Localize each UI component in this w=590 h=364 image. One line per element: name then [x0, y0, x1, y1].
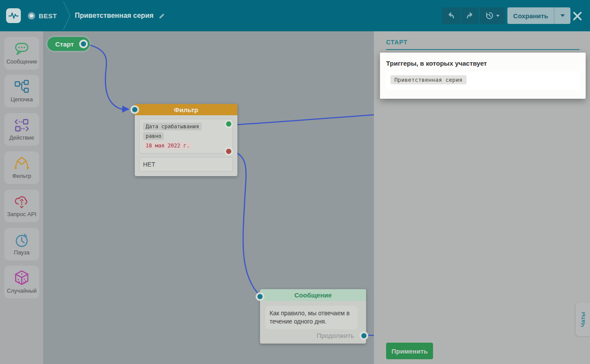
undo-button[interactable]	[442, 7, 460, 24]
trigger-tag[interactable]: Приветственная серия	[390, 75, 467, 84]
triggers-card-title: Триггеры, в которых участвует	[386, 60, 580, 67]
wire-filter-no-to-message	[233, 152, 260, 296]
palette-item-pause[interactable]: Пауза	[4, 228, 39, 260]
start-node[interactable]: Старт	[47, 37, 90, 51]
flow-editor: BEST Приветственная серия	[0, 0, 590, 364]
pencil-icon[interactable]	[159, 12, 166, 19]
wire-arrowhead	[122, 106, 130, 113]
node-palette: Сообщение Цепочка Действие	[0, 31, 43, 364]
wire-filter-yes-to-panel	[233, 115, 374, 125]
palette-item-filter[interactable]: Фильтр	[4, 151, 39, 184]
filter-node-header: Фильтр	[135, 104, 237, 115]
chats-tab-label: Чаты	[580, 312, 586, 327]
palette-item-label: Действие	[9, 134, 34, 141]
workspace-label: BEST	[39, 12, 57, 20]
filter-else-row[interactable]: НЕТ	[139, 157, 233, 172]
wire-start-to-filter	[85, 44, 122, 109]
palette-item-label: Цепочка	[11, 96, 33, 103]
filter-condition-row[interactable]: Дата срабатыванияравно 18 мая 2022 г.	[139, 119, 233, 154]
stopwatch-icon	[13, 233, 30, 247]
undo-arrow-icon	[447, 11, 455, 20]
filter-else-label: НЕТ	[143, 161, 155, 168]
close-icon[interactable]	[572, 11, 583, 21]
flow-title: Приветственная серия	[75, 12, 153, 20]
save-label: Сохранить	[513, 12, 548, 20]
palette-item-label: Случайный	[7, 287, 37, 294]
filter-node-body: Дата срабатыванияравно 18 мая 2022 г. НЕ…	[135, 115, 237, 176]
pulse-icon	[8, 10, 19, 21]
breadcrumb-chevron	[62, 0, 73, 31]
triggers-field[interactable]: Приветственная серия	[386, 71, 580, 90]
triggers-card: Триггеры, в которых участвует Приветстве…	[380, 53, 586, 99]
panel-title-underline	[386, 49, 580, 50]
save-button-group: Сохранить	[507, 7, 570, 24]
message-text: Как правило, мы отвечаем в течение одног…	[265, 306, 357, 329]
palette-item-message[interactable]: Сообщение	[4, 37, 39, 70]
history-clock-icon	[485, 11, 494, 20]
filter-node[interactable]: Фильтр Дата срабатыванияравно 18 мая 202…	[135, 104, 237, 176]
filter-input-port[interactable]	[130, 105, 139, 114]
message-node[interactable]: Сообщение Как правило, мы отвечаем в теч…	[260, 289, 366, 344]
topbar: BEST Приветственная серия	[0, 0, 590, 31]
palette-item-chain[interactable]: Цепочка	[4, 75, 39, 107]
palette-item-label: Пауза	[14, 249, 30, 256]
palette-item-api[interactable]: Запрос API	[4, 190, 39, 222]
redo-arrow-icon	[466, 11, 474, 20]
message-continue-label: Продолжить	[317, 332, 354, 339]
filter-no-output-port[interactable]	[224, 147, 233, 156]
palette-item-random[interactable]: Случайный	[4, 266, 39, 298]
redo-button[interactable]	[461, 7, 479, 24]
message-node-header: Сообщение	[260, 289, 366, 301]
condition-value-chip: 18 мая 2022 г.	[143, 142, 192, 150]
palette-item-label: Запрос API	[7, 211, 37, 217]
filter-branch-icon	[13, 156, 30, 171]
action-blocks-icon	[13, 118, 30, 133]
chat-bubble-icon	[13, 42, 30, 57]
api-cloud-icon	[13, 194, 30, 209]
save-options-button[interactable]	[554, 7, 570, 24]
app-logo[interactable]	[6, 8, 21, 23]
save-button[interactable]: Сохранить	[507, 7, 554, 24]
palette-item-label: Сообщение	[7, 58, 37, 65]
start-output-port[interactable]	[79, 40, 88, 48]
condition-field-chip: Дата срабатывания	[143, 123, 202, 130]
condition-operator-chip: равно	[143, 132, 164, 140]
flow-chain-icon	[13, 80, 30, 94]
palette-item-label: Фильтр	[12, 173, 31, 179]
chats-side-tab[interactable]: Чаты	[576, 303, 590, 336]
chevron-down-icon	[496, 15, 500, 17]
start-settings-panel: СТАРТ Триггеры, в которых участвует Прив…	[374, 31, 590, 364]
palette-item-action[interactable]: Действие	[4, 113, 39, 146]
apply-button[interactable]: Применить	[386, 343, 433, 359]
chevron-down-icon	[560, 14, 565, 17]
filter-yes-output-port[interactable]	[224, 120, 233, 128]
history-button[interactable]	[480, 7, 505, 24]
dice-icon	[13, 270, 30, 286]
messenger-icon	[28, 12, 35, 20]
message-node-body: Как правило, мы отвечаем в течение одног…	[260, 301, 366, 344]
flow-title-group: Приветственная серия	[75, 0, 166, 31]
workspace-switcher[interactable]: BEST	[28, 0, 57, 31]
panel-title: СТАРТ	[386, 39, 407, 46]
message-output-port[interactable]	[360, 331, 368, 340]
message-input-port[interactable]	[256, 292, 264, 301]
start-node-label: Старт	[47, 40, 74, 48]
